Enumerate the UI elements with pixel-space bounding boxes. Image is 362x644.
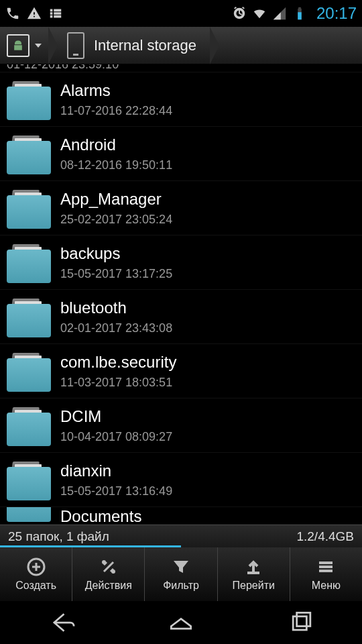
list-item[interactable]: Documents — [0, 507, 362, 525]
svg-rect-6 — [319, 570, 333, 572]
dir-tag: 15-05-2017 13:17:25 — [60, 267, 172, 281]
recent-button[interactable] — [287, 608, 316, 637]
timestamp: 10-04-2017 08:09:27 — [60, 430, 172, 443]
timestamp: 11-03-2017 18:03:51 — [60, 376, 172, 389]
timestamp: 08-12-2016 19:50:11 — [60, 158, 172, 172]
list-item[interactable]: 01-12-2016 23:59:10 — [0, 64, 362, 72]
summary-bar: 25 папок, 1 файл 1.2/4.4GB — [0, 525, 362, 547]
tool-label: Перейти — [233, 580, 275, 592]
list-icon — [48, 6, 63, 21]
svg-point-1 — [102, 560, 106, 564]
create-button[interactable]: Создать — [0, 547, 72, 601]
list-item[interactable]: com.lbe.security11-03-2017 18:03:51 — [0, 344, 362, 398]
file-name: bluetooth — [60, 299, 354, 317]
tool-label: Фильтр — [163, 580, 199, 592]
dir-tag: 02-01-2017 23:43:08 — [60, 321, 172, 335]
filter-button[interactable]: Фильтр — [145, 547, 217, 601]
svg-rect-7 — [293, 616, 306, 630]
folder-icon — [7, 133, 51, 174]
list-item[interactable]: dianxin15-05-2017 13:16:49 — [0, 453, 362, 507]
battery-icon — [292, 6, 307, 21]
list-item[interactable]: backups15-05-2017 13:17:25 — [0, 235, 362, 290]
tool-label: Действия — [85, 580, 132, 592]
filter-icon — [171, 557, 191, 577]
list-item[interactable]: bluetooth02-01-2017 23:43:08 — [0, 290, 362, 344]
bottom-toolbar: СоздатьДействияФильтрПерейтиМеню — [0, 547, 362, 601]
status-clock: 20:17 — [316, 4, 357, 23]
location-title: Internal storage — [94, 37, 196, 54]
timestamp: 25-02-2017 23:05:24 — [60, 213, 172, 226]
tool-label: Создать — [15, 580, 56, 592]
file-name: Android — [60, 136, 354, 154]
dir-tag: 15-05-2017 13:16:49 — [60, 484, 172, 498]
folder-icon — [7, 296, 51, 337]
file-name: backups — [60, 244, 354, 263]
file-name: Alarms — [60, 81, 354, 100]
timestamp: 15-05-2017 13:17:25 — [60, 267, 172, 280]
timestamp: 11-07-2016 22:28:44 — [60, 104, 172, 117]
list-item[interactable]: Android08-12-2016 19:50:11 — [0, 127, 362, 181]
app-icon — [7, 34, 29, 57]
storage-icon — [67, 32, 84, 59]
breadcrumb-location[interactable]: Internal storage — [48, 27, 210, 64]
actions-button[interactable]: Действия — [72, 547, 145, 601]
summary-storage: 1.2/4.4GB — [296, 529, 354, 544]
svg-rect-8 — [297, 612, 310, 626]
app-menu-button[interactable] — [0, 27, 48, 64]
svg-rect-4 — [319, 561, 333, 564]
folder-icon — [7, 459, 51, 500]
create-icon — [26, 557, 46, 577]
chevron-down-icon — [35, 44, 42, 48]
folder-icon — [7, 507, 51, 522]
dir-tag: 01-12-2016 23:59:10 — [7, 64, 119, 72]
warning-icon — [27, 6, 42, 21]
summary-count: 25 папок, 1 файл — [8, 529, 109, 544]
file-name: App_Manager — [60, 190, 354, 209]
dir-tag: 25-02-2017 23:05:24 — [60, 213, 172, 227]
goto-button[interactable]: Перейти — [218, 547, 290, 601]
folder-icon — [7, 241, 51, 283]
svg-rect-5 — [319, 566, 333, 568]
dir-tag: 10-04-2017 08:09:27 — [60, 430, 172, 444]
folder-icon — [7, 350, 51, 392]
goto-icon — [243, 557, 263, 577]
file-name: DCIM — [60, 407, 354, 426]
list-item[interactable]: DCIM10-04-2017 08:09:27 — [0, 398, 362, 453]
phone-handset-icon — [5, 6, 20, 21]
svg-rect-3 — [247, 572, 259, 574]
file-name: Documents — [60, 507, 354, 525]
folder-icon — [7, 78, 51, 120]
folder-icon — [7, 187, 51, 229]
status-bar: 20:17 — [0, 0, 362, 27]
file-name: dianxin — [60, 462, 354, 480]
tool-label: Меню — [312, 580, 341, 592]
back-button[interactable] — [46, 608, 75, 637]
alarm-icon — [232, 6, 247, 21]
home-button[interactable] — [166, 608, 196, 637]
file-list[interactable]: 01-12-2016 23:59:10Alarms11-07-2016 22:2… — [0, 64, 362, 525]
actions-icon — [99, 557, 119, 577]
menu-icon — [316, 557, 336, 577]
list-item[interactable]: App_Manager25-02-2017 23:05:24 — [0, 181, 362, 235]
file-name: com.lbe.security — [60, 353, 354, 372]
timestamp: 02-01-2017 23:43:08 — [60, 321, 172, 335]
timestamp: 15-05-2017 13:16:49 — [60, 484, 172, 498]
dir-tag: 11-07-2016 22:28:44 — [60, 104, 172, 118]
signal-icon — [272, 6, 287, 21]
dir-tag: 08-12-2016 19:50:11 — [60, 158, 172, 172]
system-nav-bar — [0, 601, 362, 644]
header-bar: Internal storage — [0, 27, 362, 64]
dir-tag: 11-03-2017 18:03:51 — [60, 376, 172, 390]
timestamp: 01-12-2016 23:59:10 — [7, 64, 119, 71]
svg-point-2 — [111, 570, 115, 574]
wifi-icon — [252, 6, 267, 21]
menu-button[interactable]: Меню — [290, 547, 362, 601]
folder-icon — [7, 405, 51, 446]
list-item[interactable]: Alarms11-07-2016 22:28:44 — [0, 72, 362, 127]
